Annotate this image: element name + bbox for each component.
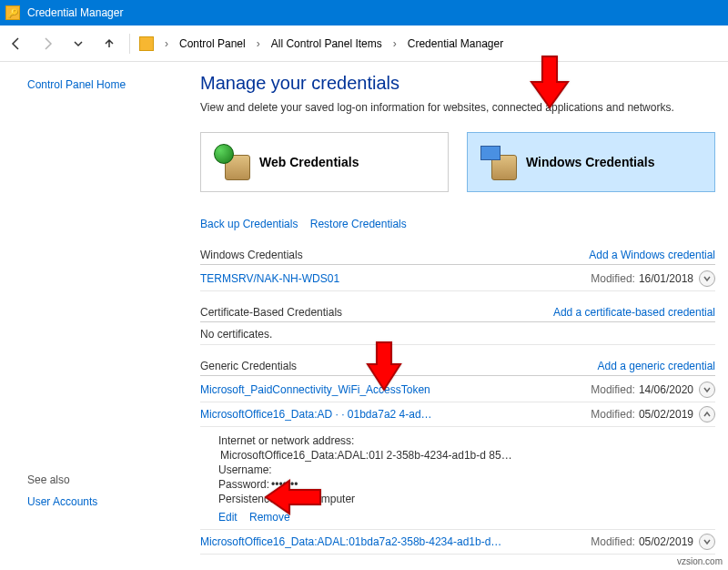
see-also-heading: See also <box>27 473 173 486</box>
breadcrumb-item[interactable]: All Control Panel Items <box>271 37 382 50</box>
windows-credentials-label: Windows Credentials <box>526 155 654 169</box>
backup-credentials-link[interactable]: Back up Credentials <box>200 218 298 230</box>
detail-password: ••••••• <box>271 478 298 491</box>
cert-cred-section-title: Certificate-Based Credentials <box>200 306 342 319</box>
windows-credentials-tab[interactable]: Windows Credentials <box>467 132 715 192</box>
expand-button[interactable] <box>699 382 715 398</box>
credential-row[interactable]: Microsoft_PaidConnectivity_WiFi_AccessTo… <box>200 378 715 402</box>
up-button[interactable] <box>98 33 120 55</box>
window-title: Credential Manager <box>27 6 123 19</box>
web-credentials-tab[interactable]: Web Credentials <box>200 132 449 192</box>
expand-button[interactable] <box>699 270 715 287</box>
credential-details: Internet or network address: MicrosoftOf… <box>200 427 715 530</box>
edit-link[interactable]: Edit <box>218 511 238 524</box>
chevron-right-icon: › <box>257 37 260 50</box>
detail-persistence: Local computer <box>280 493 355 505</box>
page-title: Manage your credentials <box>200 73 715 94</box>
app-icon: 🔑 <box>5 5 20 20</box>
add-generic-credential-link[interactable]: Add a generic credential <box>598 360 715 372</box>
page-description: View and delete your saved log-on inform… <box>200 101 715 114</box>
expand-button[interactable] <box>699 534 715 550</box>
content-area: Manage your credentials View and delete … <box>173 62 728 570</box>
credential-name: MicrosoftOffice16_Data:AD · · 01bda7a2 4… <box>200 408 591 421</box>
chevron-right-icon: › <box>165 37 168 50</box>
control-panel-home-link[interactable]: Control Panel Home <box>27 78 173 91</box>
collapse-button[interactable] <box>699 406 715 422</box>
credential-row[interactable]: MicrosoftOffice16_Data:AD · · 01bda7a2 4… <box>200 402 715 427</box>
web-credentials-icon <box>214 144 250 180</box>
credential-name: Microsoft_PaidConnectivity_WiFi_AccessTo… <box>200 383 591 396</box>
user-accounts-link[interactable]: User Accounts <box>27 495 173 508</box>
no-certificates-text: No certificates. <box>200 324 715 345</box>
credential-row[interactable]: MicrosoftOffice16_Data:ADAL:01bda7a2-358… <box>200 530 715 555</box>
backup-restore-row: Back up Credentials Restore Credentials <box>200 218 715 230</box>
chevron-right-icon: › <box>393 37 397 50</box>
add-windows-credential-link[interactable]: Add a Windows credential <box>589 249 715 261</box>
credential-row[interactable]: TERMSRV/NAK-NH-WDS01 Modified:16/01/2018 <box>200 267 715 291</box>
nav-bar: › Control Panel › All Control Panel Item… <box>0 25 728 62</box>
credential-name: MicrosoftOffice16_Data:ADAL:01bda7a2-358… <box>200 535 591 548</box>
windows-credentials-icon <box>480 144 517 180</box>
sidebar: Control Panel Home See also User Account… <box>0 62 173 570</box>
breadcrumb-item[interactable]: Control Panel <box>179 37 246 50</box>
window-title-bar: 🔑 Credential Manager <box>0 0 728 25</box>
watermark-text: vzsion.com <box>677 556 723 566</box>
folder-icon <box>139 36 154 51</box>
credential-name: TERMSRV/NAK-NH-WDS01 <box>200 272 591 285</box>
generic-cred-section-title: Generic Credentials <box>200 360 297 372</box>
remove-link[interactable]: Remove <box>249 511 290 524</box>
recent-locations-button[interactable] <box>67 33 89 55</box>
restore-credentials-link[interactable]: Restore Credentials <box>310 218 407 230</box>
web-credentials-label: Web Credentials <box>259 155 359 169</box>
forward-button[interactable] <box>36 33 58 55</box>
detail-address: MicrosoftOffice16_Data:ADAL:01l 2-358b-4… <box>220 449 512 462</box>
add-cert-credential-link[interactable]: Add a certificate-based credential <box>553 306 715 319</box>
back-button[interactable] <box>5 33 27 55</box>
windows-cred-section-title: Windows Credentials <box>200 249 303 261</box>
breadcrumb-item[interactable]: Credential Manager <box>408 37 503 50</box>
